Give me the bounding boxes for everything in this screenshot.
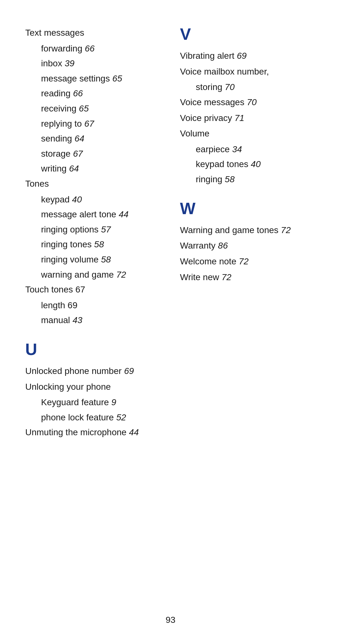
index-entry: ringing volume 58: [25, 252, 161, 267]
right-column: VVibrating alert 69Voice mailbox number,…: [180, 25, 316, 453]
index-entry: inbox 39: [25, 56, 161, 71]
index-section: WWarning and game tones 72Warranty 86Wel…: [180, 200, 316, 286]
index-entry: ringing 58: [180, 172, 316, 187]
index-entry: message alert tone 44: [25, 207, 161, 222]
index-section: Text messagesforwarding 66inbox 39messag…: [25, 25, 161, 328]
index-entry: Unlocked phone number 69: [25, 364, 161, 379]
index-entry: storage 67: [25, 146, 161, 161]
index-entry: Unmuting the microphone 44: [25, 425, 161, 440]
index-entry: receiving 65: [25, 101, 161, 116]
index-entry: reading 66: [25, 86, 161, 101]
index-entry: storing 70: [180, 80, 316, 95]
index-entry: Unlocking your phone: [25, 379, 161, 394]
index-entry: message settings 65: [25, 71, 161, 86]
index-entry: writing 64: [25, 161, 161, 176]
index-entry: Warranty 86: [180, 238, 316, 253]
index-entry: ringing options 57: [25, 222, 161, 237]
index-section: UUnlocked phone number 69Unlocking your …: [25, 340, 161, 441]
index-entry: manual 43: [25, 313, 161, 328]
index-entry: Voice mailbox number,: [180, 64, 316, 79]
index-entry: replying to 67: [25, 116, 161, 131]
index-entry: Keyguard feature 9: [25, 395, 161, 410]
index-entry: Warning and game tones 72: [180, 223, 316, 238]
index-entry: Volume: [180, 126, 316, 141]
index-entry: Tones: [25, 176, 161, 191]
section-header: U: [25, 340, 161, 358]
index-entry: warning and game 72: [25, 267, 161, 282]
index-entry: Welcome note 72: [180, 254, 316, 269]
index-entry: length 69: [25, 298, 161, 313]
index-entry: Vibrating alert 69: [180, 48, 316, 63]
index-entry: earpiece 34: [180, 142, 316, 157]
index-entry: Touch tones 67: [25, 282, 161, 297]
index-entry: Text messages: [25, 25, 161, 40]
index-entry: keypad tones 40: [180, 157, 316, 172]
section-header: W: [180, 200, 316, 218]
page-content: Text messagesforwarding 66inbox 39messag…: [0, 0, 341, 478]
index-entry: sending 64: [25, 131, 161, 146]
index-entry: ringing tones 58: [25, 237, 161, 252]
section-header: V: [180, 25, 316, 43]
index-entry: forwarding 66: [25, 41, 161, 56]
index-entry: Voice messages 70: [180, 95, 316, 110]
index-entry: Write new 72: [180, 270, 316, 285]
left-column: Text messagesforwarding 66inbox 39messag…: [25, 25, 161, 453]
page-number: 93: [165, 615, 175, 625]
index-entry: keypad 40: [25, 192, 161, 207]
index-entry: phone lock feature 52: [25, 410, 161, 425]
index-section: VVibrating alert 69Voice mailbox number,…: [180, 25, 316, 187]
index-entry: Voice privacy 71: [180, 111, 316, 126]
